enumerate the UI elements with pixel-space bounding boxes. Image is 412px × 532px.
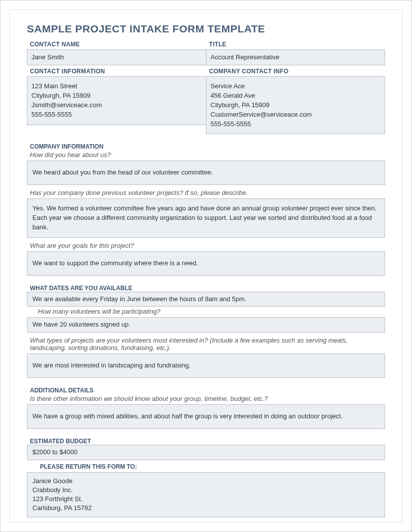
page-title: SAMPLE PROJECT INTAKE FORM TEMPLATE bbox=[27, 23, 385, 35]
previous-answer: Yes. We formed a volunteer committee fiv… bbox=[27, 198, 385, 238]
heard-prompt: How did you hear about us? bbox=[27, 150, 385, 161]
document-page: SAMPLE PROJECT INTAKE FORM TEMPLATE CONT… bbox=[9, 9, 403, 523]
contact-info-row: CONTACT INFORMATION 123 Main Street City… bbox=[27, 67, 385, 134]
contact-name-value: Jane Smith bbox=[27, 49, 206, 65]
dates-label: WHAT DATES ARE YOU AVAILABLE bbox=[27, 285, 385, 292]
other-answer: We have a group with mixed abilities, an… bbox=[27, 404, 385, 429]
other-prompt: Is there other information we should kno… bbox=[27, 394, 385, 404]
return-to-value: Janice Goode Crabbody Inc. 123 Forthrigh… bbox=[27, 472, 385, 518]
volunteers-prompt: How many volunteers will be participatin… bbox=[27, 307, 385, 317]
contact-info-label: CONTACT INFORMATION bbox=[27, 67, 206, 76]
dates-answer: We are available every Friday in June be… bbox=[27, 292, 385, 307]
goals-prompt: What are your goals for this project? bbox=[27, 241, 385, 251]
title-value: Account Representative bbox=[206, 49, 385, 65]
return-to-label: PLEASE RETURN THIS FORM TO: bbox=[27, 460, 385, 472]
previous-prompt: Has your company done previous volunteer… bbox=[27, 188, 385, 198]
title-label: TITLE bbox=[206, 40, 385, 49]
budget-label: ESTIMATED BUDGET bbox=[27, 438, 385, 445]
budget-answer: $2000 to $4000 bbox=[27, 445, 385, 460]
types-answer: We are most interested in landscaping an… bbox=[27, 354, 385, 378]
goals-answer: We want to support the community where t… bbox=[27, 251, 385, 276]
additional-label: ADDITIONAL DETAILS bbox=[27, 387, 385, 394]
contact-info-value: 123 Main Street Cityburgh, PA 15909 Jsmi… bbox=[27, 76, 206, 125]
types-prompt: What types of projects are your voluntee… bbox=[27, 336, 385, 354]
contact-row: CONTACT NAME Jane Smith TITLE Account Re… bbox=[27, 40, 385, 65]
contact-name-label: CONTACT NAME bbox=[27, 40, 206, 49]
heard-answer: We heard about you from the head of our … bbox=[27, 161, 385, 185]
company-contact-value: Service Ace 456 Gerald Ave Cityburgh, PA… bbox=[206, 76, 385, 134]
company-contact-label: COMPANY CONTACT INFO bbox=[206, 67, 385, 76]
volunteers-answer: We have 20 volunteers signed up. bbox=[27, 317, 385, 333]
company-info-label: COMPANY INFORMATION bbox=[27, 143, 385, 150]
